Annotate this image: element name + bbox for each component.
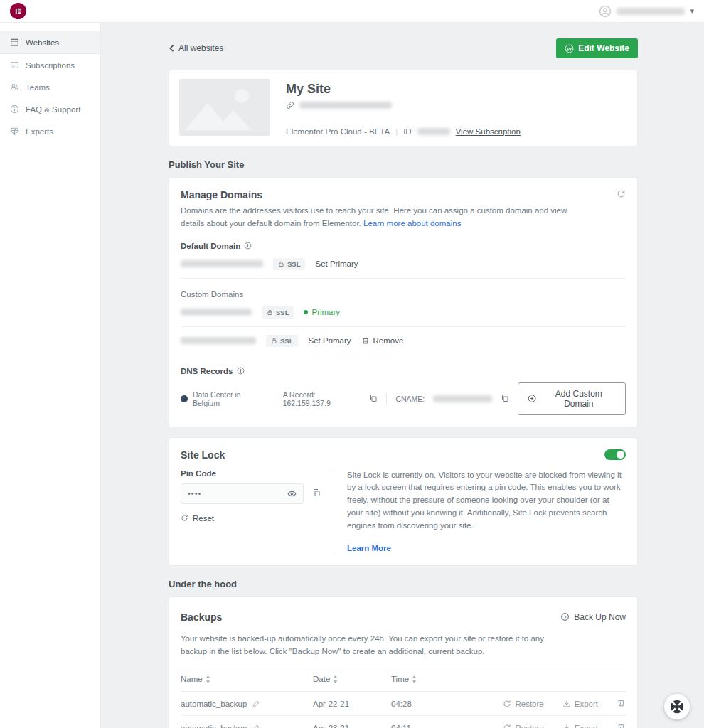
wordpress-icon bbox=[565, 44, 574, 53]
download-icon bbox=[562, 700, 571, 708]
manage-domains-card: Manage Domains Domains are the addresses… bbox=[169, 177, 638, 427]
site-title: My Site bbox=[286, 82, 627, 97]
site-summary-card: My Site Elementor Pro Cloud - BETA | ID … bbox=[169, 70, 638, 146]
chevron-left-icon bbox=[169, 45, 174, 52]
restore-backup-button[interactable]: Restore bbox=[503, 724, 543, 728]
column-header-actions bbox=[476, 668, 626, 692]
divider bbox=[386, 393, 387, 405]
edit-website-label: Edit Website bbox=[578, 43, 629, 53]
topbar: ▾ bbox=[0, 0, 704, 23]
backup-time: 04:11 bbox=[391, 724, 411, 728]
copy-pin-button[interactable] bbox=[312, 487, 321, 500]
cname-value-redacted bbox=[433, 395, 492, 402]
edit-pencil-icon[interactable] bbox=[252, 700, 260, 707]
dns-records-row: Data Center in Belgium A Record: 162.159… bbox=[181, 382, 626, 415]
primary-dot-icon bbox=[304, 310, 308, 314]
set-primary-button[interactable]: Set Primary bbox=[308, 336, 351, 345]
sort-icon[interactable] bbox=[412, 675, 417, 685]
back-link-label: All websites bbox=[178, 43, 223, 53]
refresh-domains-button[interactable] bbox=[617, 189, 626, 200]
restore-icon bbox=[503, 700, 511, 708]
column-header-time[interactable]: Time bbox=[391, 668, 476, 692]
back-up-now-button[interactable]: Back Up Now bbox=[560, 612, 626, 622]
help-widget-button[interactable] bbox=[664, 694, 690, 719]
site-lock-toggle[interactable] bbox=[604, 449, 626, 460]
sort-icon[interactable] bbox=[206, 675, 210, 685]
trash-icon bbox=[617, 722, 626, 728]
data-center-dot-icon bbox=[181, 395, 188, 402]
eye-icon[interactable] bbox=[287, 489, 297, 498]
backup-name: automatic_backup bbox=[181, 724, 247, 728]
refresh-icon bbox=[181, 514, 188, 522]
default-domain-label: Default Domain bbox=[181, 242, 240, 250]
info-circle-icon bbox=[10, 105, 19, 114]
set-primary-button[interactable]: Set Primary bbox=[315, 259, 358, 268]
experts-diamond-icon bbox=[10, 127, 19, 136]
lock-icon bbox=[267, 309, 273, 316]
site-lock-card: Site Lock Pin Code •••• bbox=[169, 437, 638, 566]
column-header-date[interactable]: Date bbox=[313, 668, 391, 692]
custom-domains-label: Custom Domains bbox=[181, 290, 626, 299]
separator: | bbox=[395, 127, 398, 136]
sort-icon[interactable] bbox=[333, 675, 338, 685]
view-subscription-link[interactable]: View Subscription bbox=[456, 127, 521, 136]
primary-status-badge: Primary bbox=[304, 308, 340, 316]
sidebar-item-subscriptions[interactable]: Subscriptions bbox=[0, 54, 100, 76]
sidebar-item-faq-support[interactable]: FAQ & Support bbox=[0, 98, 100, 120]
link-icon bbox=[286, 101, 294, 109]
user-email-redacted bbox=[617, 8, 685, 15]
chevron-down-icon: ▾ bbox=[690, 6, 694, 16]
learn-more-domains-link[interactable]: Learn more about domains bbox=[363, 219, 461, 228]
export-backup-button[interactable]: Export bbox=[562, 700, 598, 708]
elementor-logo-icon[interactable] bbox=[10, 3, 26, 19]
sidebar-item-teams[interactable]: Teams bbox=[0, 76, 100, 98]
pin-code-input[interactable]: •••• bbox=[181, 483, 304, 504]
copy-cname-button[interactable] bbox=[501, 394, 509, 404]
remove-domain-button[interactable]: Remove bbox=[361, 336, 404, 345]
user-avatar-icon bbox=[599, 5, 612, 18]
delete-backup-button[interactable] bbox=[617, 722, 626, 728]
pin-code-label: Pin Code bbox=[181, 469, 321, 478]
backup-date: Apr-22-21 bbox=[313, 700, 349, 708]
sidebar-item-experts[interactable]: Experts bbox=[0, 120, 100, 142]
backup-time: 04:28 bbox=[391, 700, 412, 708]
main-content: All websites Edit Website My Site bbox=[101, 23, 704, 728]
restore-backup-button[interactable]: Restore bbox=[503, 700, 543, 708]
custom-domain-redacted bbox=[181, 337, 256, 344]
pin-code-value: •••• bbox=[188, 489, 201, 498]
data-center-label: Data Center in Belgium bbox=[193, 390, 265, 407]
backup-name: automatic_backup bbox=[181, 700, 247, 708]
default-domain-row: SSL Set Primary bbox=[181, 250, 626, 279]
site-id-redacted bbox=[417, 128, 450, 135]
site-url-row[interactable] bbox=[286, 101, 627, 109]
site-lock-learn-more-link[interactable]: Learn More bbox=[347, 544, 391, 552]
all-websites-back-link[interactable]: All websites bbox=[169, 43, 223, 53]
column-header-name[interactable]: Name bbox=[181, 668, 313, 692]
reset-pin-button[interactable]: Reset bbox=[181, 514, 321, 523]
info-icon[interactable] bbox=[244, 242, 252, 250]
ssl-badge: SSL bbox=[266, 335, 298, 347]
export-backup-button[interactable]: Export bbox=[562, 724, 598, 728]
life-buoy-icon bbox=[669, 699, 685, 714]
dns-records-label: DNS Records bbox=[181, 367, 233, 375]
user-account-menu[interactable]: ▾ bbox=[599, 5, 694, 18]
edit-pencil-icon[interactable] bbox=[252, 724, 260, 728]
edit-website-button[interactable]: Edit Website bbox=[556, 38, 638, 58]
backup-table-row: automatic_backup Apr-22-21 04:28 Restore bbox=[181, 692, 626, 716]
sidebar-item-websites[interactable]: Websites bbox=[0, 31, 100, 54]
websites-icon bbox=[10, 38, 19, 47]
sidebar-item-label: Teams bbox=[26, 83, 50, 92]
site-lock-description: Site Lock is currently on. Visitors to y… bbox=[347, 469, 626, 532]
ssl-badge: SSL bbox=[273, 258, 305, 270]
delete-backup-button[interactable] bbox=[617, 698, 626, 709]
site-thumbnail bbox=[179, 79, 270, 136]
add-custom-domain-button[interactable]: Add Custom Domain bbox=[518, 382, 626, 415]
plan-label: Elementor Pro Cloud - BETA bbox=[286, 127, 390, 136]
custom-domain-redacted bbox=[181, 309, 252, 316]
ssl-badge: SSL bbox=[262, 306, 294, 318]
copy-a-record-button[interactable] bbox=[369, 394, 378, 404]
backups-table: Name Date Time automatic_backup Apr-22-2… bbox=[181, 668, 626, 728]
divider bbox=[274, 393, 274, 405]
info-icon[interactable] bbox=[237, 367, 245, 375]
backups-card: Backups Back Up Now Your website is back… bbox=[169, 596, 638, 728]
